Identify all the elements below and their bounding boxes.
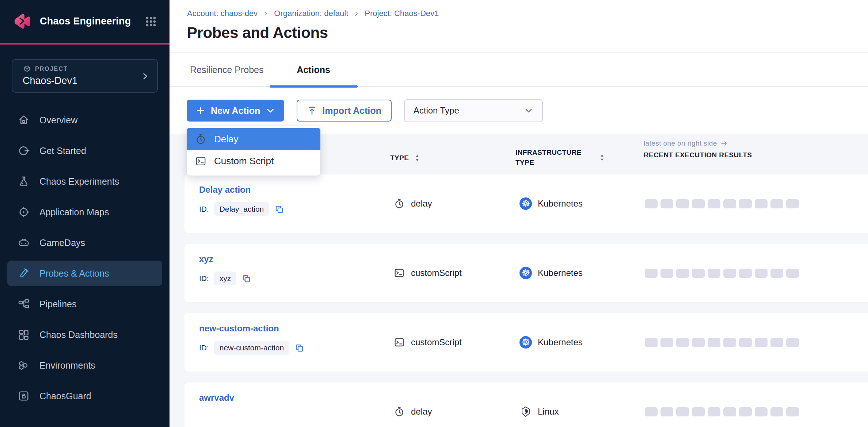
id-label: ID:: [199, 343, 209, 352]
action-id-chip: Delay_action: [214, 202, 269, 216]
import-action-button[interactable]: Import Action: [297, 100, 392, 122]
action-name-link[interactable]: new-custom-action: [199, 323, 279, 333]
execution-result-placeholder: [708, 269, 720, 278]
new-action-dropdown-menu: DelayCustom Script: [187, 126, 320, 176]
sidebar-menu: OverviewGet StartedChaos ExperimentsAppl…: [0, 107, 170, 409]
hexagons-icon: [18, 359, 30, 372]
infrastructure-type-value: Kubernetes: [538, 337, 583, 347]
infrastructure-type-cell: ☸ Kubernetes: [519, 174, 583, 233]
breadcrumb: Account: chaos-devOrganization: defaultP…: [187, 9, 868, 18]
kubernetes-icon: ☸: [519, 336, 532, 349]
sidebar-item-probes-actions[interactable]: Probes & Actions: [7, 261, 162, 286]
lock-icon: [18, 390, 30, 402]
project-selector-header: PROJECT: [23, 65, 150, 73]
breadcrumb-link[interactable]: Account: chaos-dev: [187, 9, 258, 18]
home-icon: [18, 114, 30, 126]
sidebar-item-gamedays[interactable]: GameDays: [7, 230, 162, 255]
sidebar-item-environments[interactable]: Environments: [7, 353, 162, 378]
sidebar-item-chaosguard[interactable]: ChaosGuard: [7, 383, 162, 409]
action-id-chip: xyz: [214, 272, 237, 285]
recent-results-note: latest one on right side: [644, 139, 728, 147]
module-grid-icon[interactable]: [145, 15, 157, 28]
pipeline-icon: [18, 298, 30, 310]
execution-result-placeholder: [770, 338, 783, 347]
execution-result-placeholder: [692, 407, 705, 416]
upload-icon: [307, 105, 317, 116]
type-header-label: TYPE: [390, 154, 409, 162]
action-type-value: delay: [411, 199, 432, 209]
execution-result-placeholder: [723, 269, 736, 278]
action-id-chip: new-custom-action: [214, 341, 289, 355]
flask-icon: [18, 175, 30, 188]
breadcrumb-link[interactable]: Project: Chaos-Dev1: [365, 9, 439, 18]
recent-results-header-label: RECENT EXECUTION RESULTS: [644, 151, 752, 159]
dropdown-item-delay[interactable]: Delay: [187, 128, 320, 150]
infrastructure-type-cell: Linux: [519, 382, 559, 427]
sidebar-item-overview[interactable]: Overview: [7, 107, 162, 133]
dropdown-item-label: Custom Script: [214, 155, 274, 167]
copy-icon[interactable]: [274, 204, 284, 214]
execution-result-placeholder: [786, 407, 799, 416]
dropdown-item-label: Delay: [214, 134, 238, 145]
new-action-button[interactable]: New Action: [187, 100, 284, 122]
sidebar-header: Chaos Engineering: [0, 0, 170, 43]
execution-result-placeholder: [676, 199, 689, 208]
action-name-link[interactable]: awrvadv: [199, 393, 234, 403]
action-name-link[interactable]: xyz: [199, 254, 213, 264]
sidebar-item-get-started[interactable]: Get Started: [7, 138, 162, 164]
stopwatch-icon: [195, 133, 207, 145]
execution-result-placeholder: [708, 338, 720, 347]
sort-icon[interactable]: [413, 153, 421, 163]
table-row: new-custom-action ID: new-custom-action …: [184, 313, 868, 372]
dropdown-item-custom-script[interactable]: Custom Script: [187, 150, 320, 172]
action-type-select[interactable]: Action Type: [404, 99, 543, 122]
action-id-row: ID: Delay_action: [199, 202, 284, 216]
page-title: Probes and Actions: [187, 24, 868, 42]
breadcrumb-chevron-icon: [353, 11, 359, 17]
chevron-right-icon: [140, 72, 150, 81]
execution-result-placeholder: [786, 269, 799, 278]
action-type-cell: delay: [393, 382, 432, 427]
sidebar-item-label: GameDays: [39, 238, 85, 248]
execution-result-placeholder: [755, 407, 768, 416]
sidebar-item-chaos-dashboards[interactable]: Chaos Dashboards: [7, 322, 162, 347]
execution-result-placeholder: [660, 407, 673, 416]
execution-result-placeholder: [692, 269, 705, 278]
sidebar-item-pipelines[interactable]: Pipelines: [7, 291, 162, 317]
project-selector[interactable]: PROJECT Chaos-Dev1: [12, 59, 158, 93]
action-type-cell: delay: [393, 174, 432, 233]
column-header-infrastructure-type: INFRASTRUCTURE TYPE: [515, 147, 606, 168]
execution-result-placeholder: [786, 199, 799, 208]
app-root: Chaos Engineering PROJECT Chaos-Dev1 Ove…: [0, 0, 868, 427]
recent-execution-results-cell: [645, 382, 799, 427]
table-rows: Delay action ID: Delay_action delay ☸ Ku…: [184, 174, 868, 427]
execution-result-placeholder: [755, 269, 768, 278]
breadcrumb-link[interactable]: Organization: default: [274, 9, 348, 18]
cube-icon: [23, 65, 31, 73]
sort-icon[interactable]: [598, 153, 606, 162]
sidebar-item-application-maps[interactable]: Application Maps: [7, 199, 162, 225]
recent-results-note-text: latest one on right side: [644, 139, 717, 147]
dashboard-icon: [18, 328, 30, 341]
table-row: awrvadv delay Linux: [184, 382, 868, 427]
new-action-label: New Action: [211, 105, 260, 116]
action-id-row: ID: xyz: [199, 272, 251, 285]
tab-resilience-probes[interactable]: Resilience Probes: [190, 53, 264, 86]
project-name: Chaos-Dev1: [23, 75, 150, 86]
execution-result-placeholder: [723, 199, 736, 208]
tab-actions[interactable]: Actions: [270, 53, 358, 86]
action-id-row: ID: new-custom-action: [199, 341, 304, 355]
stopwatch-icon: [393, 406, 405, 418]
execution-result-placeholder: [739, 338, 752, 347]
copy-icon[interactable]: [241, 274, 251, 284]
execution-result-placeholder: [645, 338, 658, 347]
sidebar-item-label: Pipelines: [39, 299, 76, 309]
recent-execution-results-cell: [645, 313, 799, 372]
action-name-cell: xyz ID: xyz: [199, 254, 251, 285]
breadcrumb-chevron-icon: [263, 11, 269, 17]
execution-result-placeholder: [770, 199, 783, 208]
copy-icon[interactable]: [294, 343, 304, 353]
sidebar-item-chaos-experiments[interactable]: Chaos Experiments: [7, 169, 162, 194]
execution-result-placeholder: [645, 269, 658, 278]
action-name-link[interactable]: Delay action: [199, 185, 251, 195]
